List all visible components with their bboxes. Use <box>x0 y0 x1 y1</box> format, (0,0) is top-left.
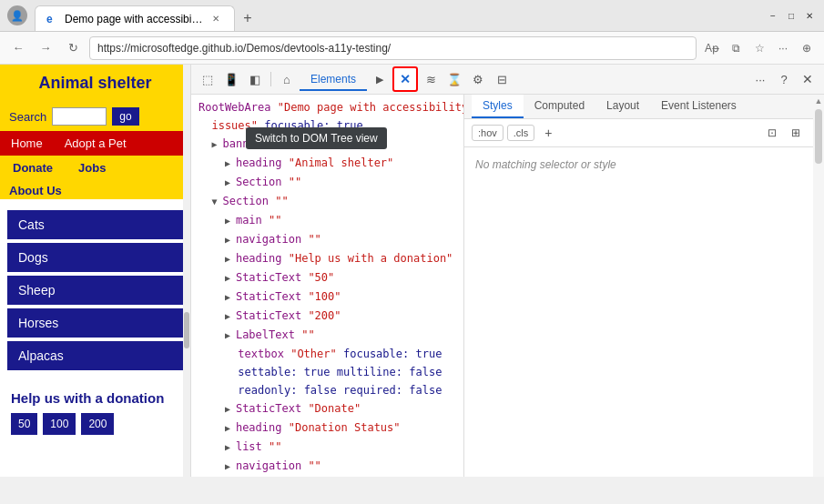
tab-styles[interactable]: Styles <box>472 95 524 118</box>
dom-line-static200[interactable]: ▶StaticText "200" <box>191 307 463 326</box>
tab-title: Demo page with accessibility iss <box>65 13 203 25</box>
styles-panel: Styles Computed Layout Event Listeners :… <box>464 95 813 477</box>
scroll-up-icon[interactable]: ▲ <box>815 96 823 106</box>
wifi-icon[interactable]: ≋ <box>420 68 442 90</box>
tab-event-listeners[interactable]: Event Listeners <box>650 95 748 118</box>
dom-line-nav1[interactable]: ▶navigation "" <box>191 230 463 249</box>
donate-buttons: 50 100 200 <box>11 413 179 435</box>
tab-search-icon[interactable]: ⧉ <box>726 38 746 58</box>
inspect-icon[interactable]: ⬚ <box>197 68 219 90</box>
console-icon[interactable]: ▶ <box>369 68 391 90</box>
donate-section: Help us with a donation 50 100 200 <box>0 381 190 444</box>
list-item-alpacas[interactable]: Alpacas <box>7 341 183 370</box>
close-button[interactable]: ✕ <box>802 8 817 23</box>
list-item-dogs[interactable]: Dogs <box>7 243 183 272</box>
avatar: 👤 <box>7 5 27 25</box>
tab-layout[interactable]: Layout <box>595 95 650 118</box>
accessibility-icon[interactable]: ✕ <box>392 66 418 92</box>
devtools-close-icon[interactable]: ✕ <box>797 68 819 90</box>
donate-btn-100[interactable]: 100 <box>43 413 76 435</box>
scrollbar-vertical[interactable] <box>183 65 190 477</box>
sidebar-toggle-icon[interactable]: ⊡ <box>762 123 782 143</box>
dom-line-contentinfo[interactable]: ▼contentinfo "" <box>191 476 463 477</box>
tab-favicon: e <box>46 13 59 25</box>
dom-line-nav2[interactable]: ▶navigation "" <box>191 457 463 476</box>
tab-computed[interactable]: Computed <box>524 95 595 118</box>
sub-nav-jobs[interactable]: Jobs <box>66 156 118 180</box>
layers-icon[interactable]: ⊟ <box>491 68 513 90</box>
about-us-link[interactable]: About Us <box>0 180 190 199</box>
list-item-horses[interactable]: Horses <box>7 308 183 338</box>
help-icon[interactable]: ? <box>773 68 795 90</box>
read-aloud-icon[interactable]: Aᵽ <box>702 38 722 58</box>
refresh-button[interactable]: ↻ <box>62 37 84 59</box>
dom-line-headingstatus[interactable]: ▶heading "Donation Status" <box>191 418 463 438</box>
new-tab-icon[interactable]: ⊕ <box>797 38 817 58</box>
cls-button[interactable]: .cls <box>507 125 535 141</box>
site-list: Cats Dogs Sheep Horses Alpacas <box>0 199 190 381</box>
url-input[interactable] <box>89 36 697 60</box>
forward-button[interactable]: → <box>35 37 56 59</box>
title-bar: 👤 e Demo page with accessibility iss ✕ +… <box>0 0 824 32</box>
site-nav: Home Adopt a Pet <box>0 131 190 156</box>
dom-line-readonly[interactable]: readonly: false required: false <box>191 381 463 399</box>
add-style-icon[interactable]: + <box>538 123 558 143</box>
settings-gear-icon[interactable]: ⚙ <box>467 68 489 90</box>
dom-line-list[interactable]: ▶list "" <box>191 438 463 457</box>
nav-home[interactable]: Home <box>0 131 54 156</box>
dom-line-static100[interactable]: ▶StaticText "100" <box>191 287 463 307</box>
more-options-icon[interactable]: ··· <box>773 38 793 58</box>
donate-btn-50[interactable]: 50 <box>11 413 37 435</box>
devtools-body: Switch to DOM Tree view RootWebArea "Dem… <box>191 95 824 477</box>
back-button[interactable]: ← <box>7 37 29 59</box>
performance-icon[interactable]: ⌛ <box>443 68 465 90</box>
toolbar-separator-1 <box>270 72 271 86</box>
address-bar-icons: Aᵽ ⧉ ☆ ··· ⊕ <box>702 38 817 58</box>
grid-icon[interactable]: ⊞ <box>786 123 806 143</box>
window-controls: − □ ✕ <box>766 8 817 23</box>
hov-button[interactable]: :hov <box>472 125 504 141</box>
donate-title: Help us with a donation <box>11 390 179 406</box>
maximize-button[interactable]: □ <box>784 8 799 23</box>
search-go-button[interactable]: go <box>112 107 138 126</box>
list-item-cats[interactable]: Cats <box>7 210 183 239</box>
minimize-button[interactable]: − <box>766 8 780 23</box>
list-item-sheep[interactable]: Sheep <box>7 276 183 305</box>
website-panel: Animal shelter Search go Home Adopt a Pe… <box>0 65 191 477</box>
styles-tabs: Styles Computed Layout Event Listeners <box>464 95 813 119</box>
dom-tree[interactable]: RootWebArea "Demo page with accessibilit… <box>191 95 464 477</box>
search-input[interactable] <box>52 107 107 126</box>
tab-close-icon[interactable]: ✕ <box>209 12 223 26</box>
devtools-scroll-thumb[interactable] <box>815 109 822 164</box>
dom-line-staticdonate[interactable]: ▶StaticText "Donate" <box>191 399 463 418</box>
browser-tab[interactable]: e Demo page with accessibility iss ✕ <box>35 5 235 31</box>
home-icon[interactable]: ⌂ <box>276 68 298 90</box>
dom-line-main[interactable]: ▶main "" <box>191 211 463 230</box>
scrollbar-thumb[interactable] <box>184 312 189 348</box>
elements-tab[interactable]: Elements <box>300 69 367 91</box>
favorites-icon[interactable]: ☆ <box>749 38 769 58</box>
sub-nav: Donate Jobs <box>0 156 190 180</box>
tooltip: Switch to DOM Tree view <box>246 127 387 149</box>
dom-line-section1[interactable]: ▶Section "" <box>191 173 463 192</box>
dom-line-section2[interactable]: ▼Section "" <box>191 192 463 211</box>
dom-line-heading2[interactable]: ▶heading "Help us with a donation" <box>191 249 463 268</box>
devtools-toolbar: ⬚ 📱 ◧ ⌂ Elements ▶ ✕ ≋ ⌛ ⚙ ⊟ ··· ? ✕ <box>191 65 824 95</box>
site-header: Animal shelter <box>0 65 190 102</box>
dom-line-static50[interactable]: ▶StaticText "50" <box>191 268 463 287</box>
dom-line-settable[interactable]: settable: true multiline: false <box>191 363 463 381</box>
nav-adopt[interactable]: Adopt a Pet <box>54 131 137 156</box>
dom-line-heading1[interactable]: ▶heading "Animal shelter" <box>191 154 463 173</box>
donate-btn-200[interactable]: 200 <box>81 413 114 435</box>
site-title: Animal shelter <box>11 74 179 93</box>
dom-line-labeltext[interactable]: ▶LabelText "" <box>191 326 463 345</box>
new-tab-button[interactable]: + <box>235 5 260 31</box>
dom-line-root1[interactable]: RootWebArea "Demo page with accessibilit… <box>191 98 463 116</box>
panel-layout-icon[interactable]: ◧ <box>244 68 266 90</box>
more-tools-icon[interactable]: ··· <box>749 68 771 90</box>
dom-line-textbox[interactable]: textbox "Other" focusable: true <box>191 345 463 363</box>
device-emulation-icon[interactable]: 📱 <box>220 68 242 90</box>
devtools-scrollbar[interactable]: ▲ <box>813 95 824 477</box>
main-area: Animal shelter Search go Home Adopt a Pe… <box>0 65 824 477</box>
sub-nav-donate[interactable]: Donate <box>0 156 66 180</box>
